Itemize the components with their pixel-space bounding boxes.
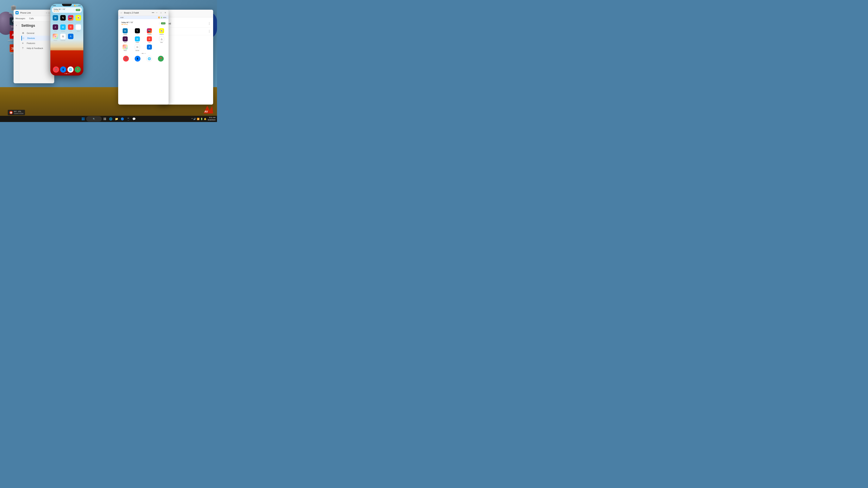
fold4-maximize-button[interactable]: □ bbox=[160, 11, 162, 14]
fold4-dock-chrome[interactable]: 🌐 bbox=[146, 56, 152, 62]
fold4-slack-icon: # bbox=[123, 36, 128, 41]
svg-rect-21 bbox=[83, 118, 85, 119]
teams-button[interactable]: 💬 bbox=[131, 116, 136, 122]
nav-calls[interactable]: Calls bbox=[29, 17, 34, 20]
taskbar-date-display: 9/18/2024 bbox=[208, 119, 215, 121]
fold4-more-icon[interactable]: ⋮ bbox=[158, 22, 160, 24]
linkedin-icon: in bbox=[53, 15, 58, 21]
fold4-app-drive[interactable]: △ Drive bbox=[156, 36, 167, 43]
fold4-status-icons: 📶🔋83% bbox=[158, 17, 166, 19]
speaker-icon[interactable]: 🔊 bbox=[193, 118, 196, 120]
appstore-icon: A bbox=[68, 34, 73, 39]
start-button[interactable] bbox=[81, 116, 86, 122]
wifi-icon[interactable]: 📶 bbox=[197, 118, 199, 120]
phone-dock-upload[interactable]: ⬆ bbox=[60, 66, 66, 73]
fold4-weather-condition: 🌤 Sunny bbox=[121, 24, 133, 25]
taskbar: 🔍 🌐 📁 🔵 📱 💬 bbox=[0, 116, 217, 122]
phone-weather-temp: Today 95° / 73° bbox=[54, 8, 65, 10]
fold4-dock: 🎵 ⬆ 🌐 📍 bbox=[118, 55, 168, 62]
phone-dock-music[interactable]: 🎵 bbox=[53, 66, 59, 73]
fold4-close-button[interactable]: ✕ bbox=[164, 11, 166, 14]
svg-rect-2 bbox=[12, 5, 14, 6]
fold4-app-photos[interactable]: 🌸 Photos bbox=[120, 44, 131, 51]
chrome-button[interactable]: 🔵 bbox=[120, 116, 125, 122]
maximize-button[interactable]: □ bbox=[49, 12, 50, 14]
phone-app-grid-row2: # Slack ⊞ Airtable ☰ Lists bbox=[51, 23, 83, 33]
phone-dock-chrome[interactable]: 🌐 bbox=[67, 66, 73, 73]
select-more-icon[interactable]: ⋮ bbox=[208, 29, 211, 33]
phone-app-lists[interactable]: ☰ Lists bbox=[68, 24, 74, 31]
fold4-dock-music[interactable]: 🎵 bbox=[123, 56, 129, 62]
phone-link-nav: Messages Calls bbox=[13, 16, 54, 22]
dot-3 bbox=[67, 73, 68, 74]
phone-app-empty bbox=[75, 34, 82, 41]
edge-button[interactable]: 🌐 bbox=[108, 116, 113, 122]
settings-item-features[interactable]: ≡ Features bbox=[21, 41, 52, 46]
phone-app-grid-row3: 🌸 Photos 31 Calendar A bbox=[51, 33, 83, 42]
search-button[interactable]: 🔍 bbox=[86, 116, 102, 122]
fold4-app-linkedin[interactable]: in LinkedIn bbox=[120, 28, 131, 35]
fold4-music-icon: 🎵 bbox=[124, 57, 128, 60]
fold4-window-title: Brady's Z Fold4 bbox=[124, 11, 151, 14]
phone-app-slack[interactable]: # Slack bbox=[52, 24, 59, 31]
fold4-app-snapchat[interactable]: 👻 Snapchat bbox=[156, 28, 167, 35]
taskbar-center: 🔍 🌐 📁 🔵 📱 💬 bbox=[81, 116, 136, 122]
phone-app-snapchat[interactable]: 👻 Snapchat bbox=[75, 15, 82, 22]
slack-icon: # bbox=[53, 24, 58, 30]
dot-1 bbox=[64, 73, 65, 74]
minimize-button[interactable]: ─ bbox=[46, 12, 47, 14]
fold4-chrome-icon: 🌐 bbox=[148, 57, 151, 60]
fold4-dock-upload[interactable]: ⬆ bbox=[135, 56, 141, 62]
phone-app-photos[interactable]: 🌸 Photos bbox=[52, 34, 59, 41]
phone-app-linkedin[interactable]: in LinkedIn bbox=[52, 15, 59, 22]
back-button[interactable]: ← bbox=[120, 11, 123, 14]
settings-features-label: Features bbox=[27, 42, 35, 44]
phone-link-taskbar-button[interactable]: 📱 bbox=[125, 116, 131, 122]
phone-link-expand[interactable]: › bbox=[13, 22, 19, 81]
battery-icon[interactable]: 🔋 bbox=[200, 118, 203, 120]
fold4-dot-4 bbox=[145, 53, 146, 54]
fold4-app-appstore[interactable]: A bbox=[144, 44, 155, 51]
nav-messages[interactable]: Messages bbox=[16, 17, 25, 20]
phone-app-x[interactable]: 𝕏 X bbox=[60, 15, 66, 22]
drive-icon: △ bbox=[75, 24, 81, 30]
fold4-app-lists[interactable]: ☰ Lists bbox=[144, 36, 155, 43]
file-explorer-button[interactable]: 📁 bbox=[114, 116, 119, 122]
gear-icon: ⚙ bbox=[22, 32, 25, 34]
settings-item-general[interactable]: ⚙ General bbox=[21, 31, 52, 36]
maps-icon: 📍 bbox=[76, 68, 80, 71]
fold4-app-x[interactable]: 𝕏 X bbox=[132, 28, 143, 35]
phone-app-airtable[interactable]: ⊞ Airtable bbox=[60, 24, 66, 31]
upload-icon: ⬆ bbox=[62, 68, 64, 71]
fold4-empty-slot bbox=[156, 44, 161, 50]
fold4-app-instagram[interactable]: 📷 Instagram bbox=[144, 28, 155, 35]
fold4-dock-maps[interactable]: 📍 bbox=[158, 56, 164, 62]
phone-app-calendar[interactable]: 31 Calendar bbox=[60, 34, 66, 41]
fold4-maps-icon: 📍 bbox=[159, 57, 162, 60]
fold4-app-slack[interactable]: # Slack bbox=[120, 36, 131, 43]
phone-app-appstore[interactable]: A bbox=[68, 34, 74, 41]
phone-app-drive[interactable]: △ Drive bbox=[75, 24, 82, 31]
fold4-app-calendar[interactable]: 31 Calendar bbox=[132, 44, 143, 51]
selected-more-icon[interactable]: ⋮ bbox=[208, 22, 211, 25]
chevron-up-icon[interactable]: ^ bbox=[192, 118, 193, 120]
weather-more-icon[interactable]: ⋮ bbox=[73, 9, 75, 11]
fold4-minimize-button[interactable]: ─ bbox=[155, 11, 158, 14]
phone-link-sidebar: › Settings ⚙ General □ Devices ≡ Feature… bbox=[13, 22, 54, 81]
more-options-icon[interactable]: ••• bbox=[152, 11, 154, 14]
phone-screen: 8:52 📶🔋83% Today 95° / 73° 🌤 Sunny ⋮ 77°… bbox=[51, 4, 83, 75]
panel-item-selected[interactable]: Selected ⋮ bbox=[161, 20, 211, 28]
taskbar-clock[interactable]: 9:51 AM 9/18/2024 bbox=[208, 117, 215, 121]
notification-bell-icon[interactable]: 🔔 bbox=[204, 118, 207, 120]
panel-item-select[interactable]: Select ⋮ bbox=[161, 28, 211, 35]
phone-dock-maps[interactable]: 📍 bbox=[74, 66, 81, 73]
task-view-button[interactable] bbox=[102, 116, 107, 122]
settings-item-devices[interactable]: □ Devices bbox=[21, 36, 52, 41]
fold4-app-airtable[interactable]: ⊞ Airtable bbox=[132, 36, 143, 43]
phone-weather-badges: ⋮ 77°F bbox=[73, 9, 80, 11]
phone-app-instagram[interactable]: 📷 Instagram bbox=[68, 15, 74, 22]
settings-title: Settings bbox=[21, 24, 52, 28]
settings-item-help[interactable]: ? Help & Feedback bbox=[21, 46, 52, 51]
fold4-weather-info: Today 95° / 73° 🌤 Sunny bbox=[121, 22, 133, 25]
devices-icon: □ bbox=[23, 37, 26, 39]
